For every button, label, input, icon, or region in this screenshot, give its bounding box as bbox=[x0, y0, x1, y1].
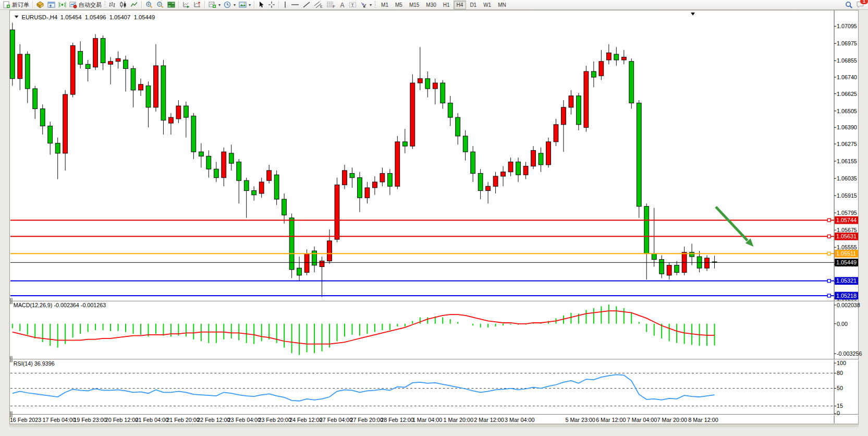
fibonacci-button[interactable]: F bbox=[325, 1, 337, 9]
rsi-label: RSI(14) 36.9396 bbox=[14, 360, 55, 367]
notifications-button[interactable]: 1 bbox=[856, 1, 864, 9]
rsi-axis-label: 15 bbox=[837, 403, 843, 409]
zoom-in-button[interactable] bbox=[144, 1, 155, 9]
time-axis[interactable]: 16 Feb 202317 Feb 04:0019 Feb 23:0020 Fe… bbox=[10, 417, 718, 423]
price-tick-label: 1.05555 bbox=[837, 244, 857, 250]
separator bbox=[32, 1, 33, 8]
candle-bearish bbox=[478, 173, 483, 190]
crosshair-button[interactable] bbox=[266, 1, 277, 9]
new-order-button[interactable]: 新订单 bbox=[2, 1, 31, 9]
autotrade-button[interactable]: 自动交易 bbox=[68, 1, 103, 9]
time-tick-label: 21 Feb 20:00 bbox=[166, 417, 199, 423]
timeframe-M30[interactable]: M30 bbox=[423, 1, 439, 9]
candle-bullish bbox=[433, 83, 437, 89]
dropdown-caret: ▾ bbox=[370, 3, 372, 7]
line-chart-button[interactable] bbox=[129, 1, 140, 9]
candlestick-chart-button[interactable] bbox=[118, 1, 129, 9]
line-handle-marker[interactable] bbox=[827, 219, 830, 222]
search-icon[interactable] bbox=[845, 1, 853, 9]
candle-bearish bbox=[652, 254, 656, 260]
signals-button[interactable] bbox=[57, 1, 68, 9]
timeframe-M1[interactable]: M1 bbox=[378, 1, 392, 9]
separator-grip[interactable] bbox=[10, 356, 11, 362]
candle-bearish bbox=[358, 178, 362, 198]
timeframe-M5[interactable]: M5 bbox=[392, 1, 406, 9]
horizontal-line-button[interactable] bbox=[289, 1, 301, 9]
candle-bullish bbox=[501, 172, 506, 176]
chart-title: EURUSD-,H41.054541.054961.054071.05449 bbox=[15, 14, 155, 20]
arrows-objects-button[interactable]: ▾ bbox=[358, 1, 373, 9]
timeframe-MN[interactable]: MN bbox=[495, 1, 509, 9]
time-tick-label: 16 Feb 2023 bbox=[10, 417, 41, 423]
candle-bearish bbox=[252, 190, 256, 195]
zoom-in-icon bbox=[145, 1, 153, 8]
rsi-axis-label: 80 bbox=[837, 370, 843, 376]
price-tick-label: 1.05795 bbox=[837, 210, 857, 216]
candle-bearish bbox=[40, 109, 45, 126]
time-tick-label: 2 Mar 12:00 bbox=[474, 417, 504, 423]
add-indicator-button[interactable]: ▾ bbox=[207, 1, 222, 9]
candle-bearish bbox=[244, 180, 249, 190]
text-label-button[interactable]: T bbox=[347, 1, 358, 9]
timeframe-D1[interactable]: D1 bbox=[467, 1, 480, 9]
price-level-label: 1.05218 bbox=[835, 292, 858, 300]
candle-bullish bbox=[523, 166, 528, 175]
template-button[interactable]: ▾ bbox=[237, 1, 252, 9]
time-tick-label: 23 Feb 20:00 bbox=[258, 417, 291, 423]
bar-chart-icon bbox=[108, 1, 116, 8]
timeframe-M15[interactable]: M15 bbox=[406, 1, 422, 9]
separator-grip[interactable] bbox=[11, 356, 13, 362]
time-tick-label: 27 Feb 20:00 bbox=[350, 417, 383, 423]
candle-bearish bbox=[659, 260, 664, 274]
candle-bullish bbox=[380, 173, 385, 182]
time-tick-label: 1 Mar 20:00 bbox=[444, 417, 473, 423]
text-button[interactable]: A bbox=[337, 1, 347, 9]
cursor-button[interactable] bbox=[256, 1, 266, 9]
market-watch-button[interactable] bbox=[35, 1, 46, 9]
price-level-label: 1.05744 bbox=[835, 216, 858, 224]
candle-bullish bbox=[176, 106, 181, 119]
timeframe-H1[interactable]: H1 bbox=[440, 1, 453, 9]
separator-grip[interactable] bbox=[11, 298, 13, 304]
line-handle-marker[interactable] bbox=[827, 235, 830, 238]
trendline-icon bbox=[302, 1, 311, 8]
candle-bearish bbox=[402, 142, 407, 146]
fibonacci-icon: F bbox=[326, 1, 336, 8]
timeframe-W1[interactable]: W1 bbox=[480, 1, 494, 9]
candle-bullish bbox=[259, 182, 264, 193]
chart-shift-button[interactable] bbox=[192, 1, 203, 9]
price-tick-label: 1.05675 bbox=[837, 227, 857, 233]
candle-bullish bbox=[561, 107, 566, 125]
candle-bearish bbox=[289, 218, 294, 270]
zoom-out-button[interactable] bbox=[155, 1, 166, 9]
chart-canvas[interactable]: 1.070951.069751.068551.067401.066251.065… bbox=[0, 10, 868, 436]
bar-chart-button[interactable] bbox=[107, 1, 118, 9]
price-tick-label: 1.06975 bbox=[837, 40, 857, 46]
candle-bullish bbox=[70, 45, 75, 94]
candle-bullish bbox=[169, 117, 174, 123]
candle-bearish bbox=[456, 117, 460, 136]
candle-bullish bbox=[584, 71, 589, 127]
period-button[interactable]: ▾ bbox=[222, 1, 237, 9]
new-order-icon bbox=[3, 1, 10, 8]
text-icon: A bbox=[339, 1, 346, 8]
tile-windows-button[interactable] bbox=[166, 1, 177, 9]
chart-window[interactable]: 1.070951.069751.068551.067401.066251.065… bbox=[0, 10, 868, 436]
candle-bearish bbox=[124, 60, 128, 69]
text-label-icon: T bbox=[349, 1, 357, 8]
candle-bullish bbox=[418, 79, 422, 83]
vertical-line-button[interactable] bbox=[281, 1, 289, 9]
time-tick-label: 1 Mar 04:00 bbox=[412, 417, 442, 423]
line-handle-marker[interactable] bbox=[827, 280, 830, 283]
auto-scroll-button[interactable] bbox=[181, 1, 192, 9]
trendline-button[interactable] bbox=[301, 1, 312, 9]
separator-grip[interactable] bbox=[10, 298, 11, 304]
candle-bearish bbox=[48, 126, 53, 143]
data-window-button[interactable] bbox=[46, 1, 57, 9]
line-handle-marker[interactable] bbox=[827, 252, 830, 255]
timeframe-H4[interactable]: H4 bbox=[454, 1, 467, 9]
time-tick-label: 27 Feb 04:00 bbox=[320, 417, 352, 423]
equidistant-channel-button[interactable]: E bbox=[312, 1, 325, 9]
candle-bearish bbox=[161, 66, 166, 120]
line-handle-marker[interactable] bbox=[827, 294, 830, 297]
